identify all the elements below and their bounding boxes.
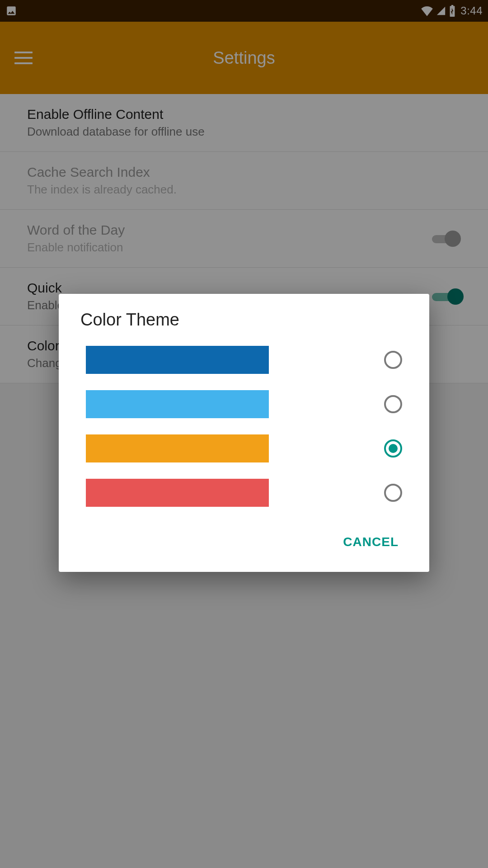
color-radio[interactable] [384,351,402,369]
color-swatch [86,346,269,374]
color-option[interactable] [59,471,429,515]
color-option[interactable] [59,382,429,426]
color-swatch [86,434,269,462]
color-options [59,338,429,524]
color-swatch [86,390,269,418]
color-radio[interactable] [384,395,402,413]
color-radio[interactable] [384,439,402,458]
dialog-actions: CANCEL [59,524,429,572]
color-option[interactable] [59,338,429,382]
dialog-title: Color Theme [59,310,429,338]
color-theme-dialog: Color Theme CANCEL [59,294,429,572]
color-radio[interactable] [384,484,402,502]
color-option[interactable] [59,426,429,471]
cancel-button[interactable]: CANCEL [334,528,408,557]
color-swatch [86,479,269,507]
